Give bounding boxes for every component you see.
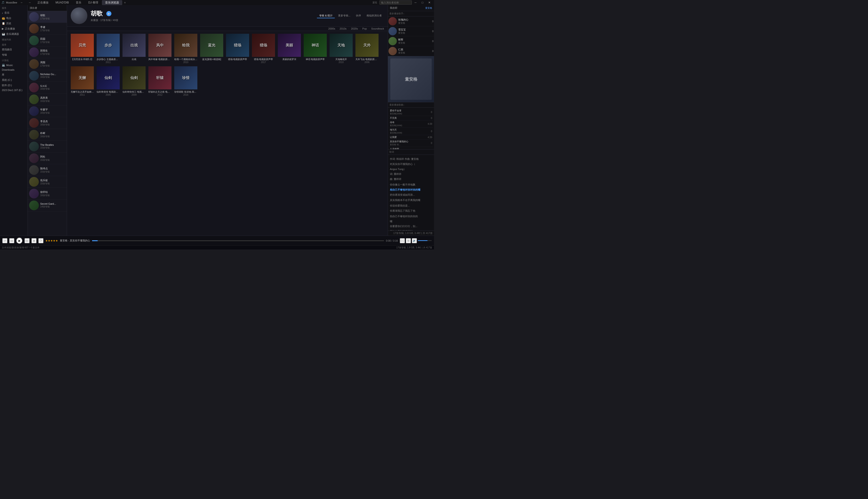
- rp-artist-3[interactable]: 仁慈 童安格 0: [388, 46, 434, 56]
- sidebar-item-system-c[interactable]: 系统 (C:): [0, 77, 27, 83]
- album-card-7[interactable]: 猎场 猎场 电视剧原声带 2017: [252, 34, 275, 63]
- song-1[interactable]: 不完美 0: [389, 116, 433, 120]
- album-card-5[interactable]: 蓝光 蓝光[新歌+精选辑]: [200, 34, 223, 63]
- rp-artist-0[interactable]: 玫瑰的心 童安格 0: [388, 16, 434, 26]
- filter-2010s[interactable]: 2010s: [340, 27, 347, 30]
- nav-back-button[interactable]: ←: [19, 0, 25, 4]
- album-card-6[interactable]: 猎场 猎场 电视剧原声带: [226, 34, 249, 63]
- artist-item-she[interactable]: S.H.E 16张专辑: [28, 82, 67, 94]
- tab-dj[interactable]: DJ-整理: [85, 0, 101, 5]
- artist-item-chenqidian[interactable]: 陈绮点 15张专辑: [28, 164, 67, 176]
- song-2[interactable]: 传奇 童安格(2006) 4:39: [389, 120, 433, 128]
- album-card-11[interactable]: 天外 天外飞仙 电视剧原声带 2006: [355, 34, 378, 63]
- tab-add-button[interactable]: +: [123, 0, 127, 4]
- artist-item-kanledu[interactable]: 侃乐徒 15张专辑: [28, 176, 67, 188]
- sidebar-item-software-d[interactable]: 软件 (D:): [0, 83, 27, 88]
- sidebar-item-instruments[interactable]: 🎹 音乐调调器: [0, 32, 27, 37]
- album-card-1[interactable]: 步步 步步惊心 主题曲原声带EP 2011: [97, 34, 120, 63]
- sidebar-item-library[interactable]: 库: [0, 72, 27, 77]
- artist-thumb-bixiayu: [29, 106, 39, 116]
- artist-item-hugue[interactable]: 胡歌 17张专辑: [28, 11, 67, 23]
- locate-label: 定位: [373, 1, 377, 4]
- song-5[interactable]: 其实你不懂我的心 童安格 轻... 0: [389, 139, 433, 147]
- subtab-similar[interactable]: 相似的演出者: [364, 13, 384, 18]
- artist-item-zhengyusheng[interactable]: 郑雨生 17张专辑: [28, 46, 67, 58]
- artist-info: 李圣杰 16张专辑: [40, 120, 65, 126]
- tab-browser[interactable]: 音乐浏览器: [102, 0, 122, 5]
- subtab-more[interactable]: 更多专辑...: [336, 13, 353, 18]
- artist-avatar: [71, 8, 87, 24]
- sidebar-item-music[interactable]: ♪ 音乐: [0, 10, 27, 15]
- artist-item-pushu[interactable]: 朴树 16张专辑: [28, 129, 67, 141]
- tab-music[interactable]: 音乐: [73, 0, 85, 5]
- album-card-0[interactable]: 贝壳 【贝壳音乐 环绕5.1】: [71, 34, 94, 63]
- artist-info: 毕夏宇 16张专辑: [40, 108, 65, 114]
- filter-2000s[interactable]: 2000s: [328, 27, 335, 30]
- search-input[interactable]: [379, 0, 412, 4]
- artist-item-beatles[interactable]: The Beatles 15张专辑: [28, 141, 67, 153]
- album-card-12[interactable]: 无懈 无懈可击之高手如林 电视剧原声带 2011: [71, 66, 94, 96]
- artist-play-button[interactable]: ▶: [106, 11, 111, 16]
- filter-2020s[interactable]: 2020s: [351, 27, 358, 30]
- eq-button[interactable]: EQ: [400, 238, 405, 243]
- artist-item-xuhuaiyu[interactable]: 徐怀钰 16张专辑: [28, 188, 67, 199]
- sidebar-item-history[interactable]: 📋 历史: [0, 21, 27, 26]
- stop-button[interactable]: ■: [32, 238, 37, 243]
- album-card-4[interactable]: 给我 给我一个拥抱你就永远不会孤... 2010: [174, 34, 197, 63]
- song-4[interactable]: 让我爱 4:39: [389, 135, 433, 139]
- repeat-button[interactable]: ⟳: [38, 238, 44, 243]
- filter-pop[interactable]: Pop: [362, 27, 367, 30]
- album-card-2[interactable]: 出戏 出戏: [122, 34, 146, 63]
- artist-item-lijian[interactable]: 李健 17张专辑: [28, 23, 67, 35]
- vis-button[interactable]: ▦: [406, 238, 411, 243]
- close-button[interactable]: ✕: [426, 0, 433, 4]
- artist-item-adu[interactable]: 阿杜 15张专辑: [28, 153, 67, 164]
- artist-item-gaoshengmei[interactable]: 高胜美 16张专辑: [28, 94, 67, 105]
- album-card-10[interactable]: 天地 天地梅花开 2010: [329, 34, 353, 63]
- song-3[interactable]: 地与天 童安格(2008) 0: [389, 128, 433, 135]
- subtab-albums[interactable]: 专辑 & 统计: [317, 13, 335, 18]
- song-0[interactable]: 爱你不会变 童安格(2006) 0: [389, 109, 433, 116]
- maximize-button[interactable]: □: [419, 0, 426, 4]
- sidebar-item-disc-e[interactable]: 2023 Disc1 16T (E:): [0, 88, 27, 93]
- volume-button[interactable]: 🔊: [412, 238, 417, 243]
- artist-item-bixiayu[interactable]: 毕夏宇 16张专辑: [28, 105, 67, 117]
- artist-item-nicholas[interactable]: Nicholas Gu... 16张专辑: [28, 70, 67, 82]
- album-card-14[interactable]: 仙剑 仙剑奇快传三 电视剧原声带 2009: [122, 66, 146, 96]
- tab-playing[interactable]: 正在播放: [34, 0, 52, 5]
- nav-forward-button[interactable]: →: [26, 0, 33, 4]
- artist-item-tianyuan[interactable]: 田园 17张专辑: [28, 35, 67, 46]
- album-title-15: 轩辕剑之天之痕 电视剧原声大碟: [148, 90, 171, 94]
- filter-soundtrack[interactable]: Soundtrack: [371, 27, 384, 30]
- subtab-partners[interactable]: 伙伴: [353, 13, 363, 18]
- song-6[interactable]: 八月的雨 童安格... 0: [389, 147, 433, 149]
- album-cover-10: 天地: [329, 34, 353, 57]
- album-card-3[interactable]: 风中 风中奇缘 电视剧原声带: [148, 34, 171, 63]
- shuffle-button[interactable]: ⇌: [2, 238, 8, 243]
- album-card-8[interactable]: 美丽 美丽的彼罗河: [278, 34, 301, 63]
- rp-artist-1[interactable]: 雪宝宝 童安格 0: [388, 26, 434, 36]
- album-card-15[interactable]: 轩辕 轩辕剑之天之痕 电视剧原声大碟 2012: [148, 66, 171, 96]
- artist-item-secretgarden[interactable]: Secret Gard... 14张专辑: [28, 199, 67, 211]
- sidebar-item-findtrack[interactable]: 查找曲目: [0, 47, 27, 52]
- prev-button[interactable]: ⏮: [9, 238, 14, 243]
- minimize-button[interactable]: ─: [412, 0, 419, 4]
- album-card-16[interactable]: 珍惜 珍惜胡歌 告诉他.我爱她 2016: [174, 66, 197, 96]
- sidebar-item-albums[interactable]: 专辑: [0, 52, 27, 58]
- next-button[interactable]: ⏭: [24, 238, 29, 243]
- right-panel-link[interactable]: 童安格: [425, 7, 432, 10]
- volume-bar[interactable]: [418, 240, 432, 241]
- album-card-13[interactable]: 仙剑 仙剑奇侠传 电视剧原声带 2005: [97, 66, 120, 96]
- rp-artist-2[interactable]: 耐斯 童安格 0: [388, 36, 434, 46]
- artist-item-lishengjie[interactable]: 李圣杰 16张专辑: [28, 117, 67, 129]
- progress-bar[interactable]: [92, 240, 384, 241]
- sidebar-item-computer[interactable]: 💻 Music: [0, 63, 27, 68]
- sidebar-item-nowplaying[interactable]: ▶ 正在播放: [0, 26, 27, 32]
- sidebar-item-downloads[interactable]: Downloads: [0, 68, 27, 72]
- album-card-9[interactable]: 神话 神话 电视剧原声带: [304, 34, 327, 63]
- tab-muaddib[interactable]: MUAD'DIB: [52, 0, 72, 4]
- artist-item-zhouwei[interactable]: 周围 17张专辑: [28, 58, 67, 70]
- sidebar-item-station[interactable]: 📻 电台: [0, 15, 27, 21]
- play-pause-button[interactable]: ▶: [16, 238, 23, 244]
- player-rating[interactable]: ★★★★★: [45, 239, 58, 242]
